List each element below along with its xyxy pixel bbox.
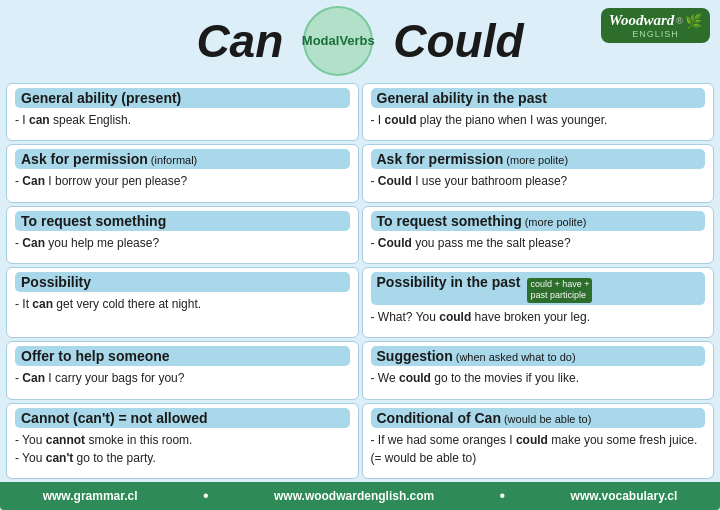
cell-sub: (more polite) [525,216,587,228]
cell-header-possibility-past: Possibility in the past could + have +pa… [371,272,706,305]
cell-header-offer-help: Offer to help someone [15,346,350,366]
cell-title: Cannot (can't) = not allowed [21,410,208,426]
cell-title: Offer to help someone [21,348,170,364]
could-title: Could [393,14,523,68]
cell-title: Ask for permission [377,151,504,167]
cell-body: - Could you pass me the salt please? [371,234,706,252]
cell-cannot: Cannot (can't) = not allowed - You canno… [6,403,359,479]
cell-possibility-past: Possibility in the past could + have +pa… [362,267,715,339]
content-grid: General ability (present) - I can speak … [0,80,720,482]
cell-sub: (more polite) [506,154,568,166]
cell-title: Ask for permission [21,151,148,167]
cell-title: Suggestion [377,348,453,364]
cell-body: - You cannot smoke in this room. - You c… [15,431,350,467]
header: Can Modal Verbs Could Woodward® 🌿 ENGLIS… [0,0,720,80]
cell-header-possibility: Possibility [15,272,350,292]
cell-header-suggestion: Suggestion (when asked what to do) [371,346,706,366]
cell-title: To request something [21,213,166,229]
cell-request-something-polite: To request something (more polite) - Cou… [362,206,715,264]
cell-sub: (would be able to) [504,413,591,425]
cell-possibility: Possibility - It can get very cold there… [6,267,359,339]
cell-body: - It can get very cold there at night. [15,295,350,313]
cell-body: - I can speak English. [15,111,350,129]
footer-link-2[interactable]: www.woodwardenglish.com [274,489,434,503]
cell-header-request-something-polite: To request something (more polite) [371,211,706,231]
cell-request-something: To request something - Can you help me p… [6,206,359,264]
cell-body: - Can I borrow your pen please? [15,172,350,190]
cell-sub: (when asked what to do) [456,351,576,363]
woodward-reg: ® [676,16,683,26]
participle-badge: could + have +past participle [527,278,592,303]
cell-header-conditional: Conditional of Can (would be able to) [371,408,706,428]
cell-header-general-ability-present: General ability (present) [15,88,350,108]
cell-title: Possibility in the past [377,274,521,290]
cell-ask-permission-informal: Ask for permission (informal) - Can I bo… [6,144,359,202]
cell-body: - Can you help me please? [15,234,350,252]
cell-body: - Can I carry your bags for you? [15,369,350,387]
cell-title: Possibility [21,274,91,290]
cell-header-ask-permission-informal: Ask for permission (informal) [15,149,350,169]
cell-suggestion: Suggestion (when asked what to do) - We … [362,341,715,399]
cell-header-cannot: Cannot (can't) = not allowed [15,408,350,428]
cell-body: - We could go to the movies if you like. [371,369,706,387]
woodward-english: ENGLISH [632,29,679,39]
modal-verbs-badge: Modal Verbs [303,6,373,76]
footer-link-1[interactable]: www.grammar.cl [43,489,138,503]
main-container: Can Modal Verbs Could Woodward® 🌿 ENGLIS… [0,0,720,510]
cell-sub: (informal) [151,154,197,166]
cell-body: - I could play the piano when I was youn… [371,111,706,129]
cell-title: General ability in the past [377,90,547,106]
cell-general-ability-past: General ability in the past - I could pl… [362,83,715,141]
leaf-icon: 🌿 [685,13,702,29]
modal-line1: Modal [302,33,340,49]
cell-body: - What? You could have broken your leg. [371,308,706,326]
cell-offer-help: Offer to help someone - Can I carry your… [6,341,359,399]
cell-ask-permission-polite: Ask for permission (more polite) - Could… [362,144,715,202]
woodward-logo: Woodward® 🌿 ENGLISH [601,8,710,43]
cell-title: To request something [377,213,522,229]
cell-body: - Could I use your bathroom please? [371,172,706,190]
cell-header-ask-permission-polite: Ask for permission (more polite) [371,149,706,169]
cell-conditional: Conditional of Can (would be able to) - … [362,403,715,479]
cell-title: Conditional of Can [377,410,501,426]
footer: www.grammar.cl • www.woodwardenglish.com… [0,482,720,510]
cell-header-general-ability-past: General ability in the past [371,88,706,108]
woodward-brand: Woodward [609,12,675,29]
footer-link-3[interactable]: www.vocabulary.cl [571,489,678,503]
cell-header-request-something: To request something [15,211,350,231]
cell-body: - If we had some oranges I could make yo… [371,431,706,467]
cell-general-ability-present: General ability (present) - I can speak … [6,83,359,141]
cell-title: General ability (present) [21,90,181,106]
modal-line2: Verbs [339,33,374,49]
can-title: Can [196,14,283,68]
footer-separator-1: • [203,487,209,505]
footer-separator-2: • [500,487,506,505]
